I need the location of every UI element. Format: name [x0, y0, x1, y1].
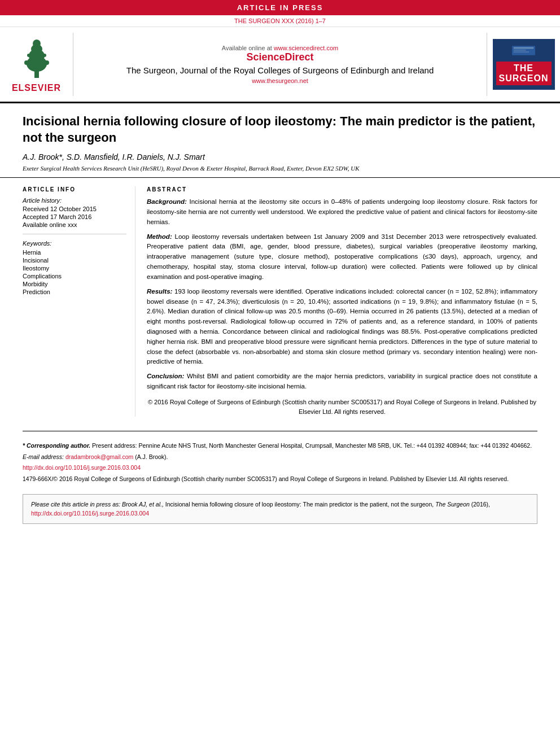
corresponding-note: Present address: Pennine Acute NHS Trust… — [92, 442, 532, 449]
footer-section: * Corresponding author. Present address:… — [0, 437, 560, 488]
sciencedirect-url[interactable]: www.sciencedirect.com — [274, 45, 338, 51]
citation-title: Incisional hernia following closure of l… — [165, 501, 435, 508]
citation-year: (2016), — [471, 501, 490, 508]
elsevier-logo: ELSEVIER — [0, 33, 73, 96]
journal-full-name: The Surgeon, Journal of the Royal Colleg… — [85, 65, 475, 75]
keyword-incisional: Incisional — [23, 257, 126, 264]
svg-point-7 — [27, 54, 30, 57]
license-line: 1479-666X/© 2016 Royal College of Surgeo… — [23, 475, 537, 484]
email-address[interactable]: dradambrook@gmail.com — [65, 453, 133, 460]
journal-volume-text: THE SURGEON XXX (2016) 1–7 — [234, 18, 326, 24]
authors-text: A.J. Brook*, S.D. Mansfield, I.R. Daniel… — [23, 152, 205, 161]
method-text: Loop ileostomy reversals undertaken betw… — [147, 233, 537, 280]
header-area: ELSEVIER Available online at www.science… — [0, 27, 560, 103]
svg-point-4 — [33, 40, 41, 47]
right-column: ABSTRACT Background: Incisional hernia a… — [147, 186, 537, 417]
corresponding-line: * Corresponding author. Present address:… — [23, 442, 537, 451]
available-online-date: Available online xxx — [23, 221, 126, 228]
doi-link[interactable]: http://dx.doi.org/10.1016/j.surge.2016.0… — [23, 464, 141, 471]
article-in-press-banner: ARTICLE IN PRESS — [0, 0, 560, 15]
keyword-morbidity: Morbidity — [23, 281, 126, 287]
abstract-background: Background: Incisional hernia at the ile… — [147, 197, 537, 227]
conclusion-label: Conclusion: — [147, 373, 184, 379]
copyright-text: © 2016 Royal College of Surgeons of Edin… — [147, 397, 537, 417]
abstract-content: Background: Incisional hernia at the ile… — [147, 197, 537, 417]
journal-line: THE SURGEON XXX (2016) 1–7 — [0, 15, 560, 27]
header-center: Available online at www.sciencedirect.co… — [73, 33, 487, 96]
abstract-conclusion: Conclusion: Whilst BMI and patient comor… — [147, 372, 537, 392]
surgeon-logo-box: THE SURGEON — [493, 39, 555, 90]
available-online-text: Available online at www.sciencedirect.co… — [85, 45, 475, 51]
article-title-section: Incisional hernia following closure of l… — [0, 103, 560, 178]
banner-text: ARTICLE IN PRESS — [237, 3, 323, 12]
surgeon-logo-area: THE SURGEON — [487, 33, 560, 96]
journal-url[interactable]: www.thesurgeon.net — [85, 77, 475, 84]
info-divider — [23, 234, 126, 234]
article-title: Incisional hernia following closure of l… — [23, 113, 537, 146]
svg-point-8 — [43, 54, 46, 57]
background-text: Incisional hernia at the ileostomy site … — [147, 198, 537, 225]
email-note: (A.J. Brook). — [135, 453, 168, 460]
elsevier-tree-icon — [14, 36, 59, 81]
sciencedirect-brand[interactable]: ScienceDirect — [85, 51, 475, 63]
surgeon-journal-graphic — [497, 43, 550, 60]
conclusion-text: Whilst BMI and patient comorbidity are t… — [147, 373, 537, 390]
background-label: Background: — [147, 198, 187, 205]
citation-journal: The Surgeon — [435, 501, 470, 508]
article-info-heading: ARTICLE INFO — [23, 186, 126, 193]
citation-doi[interactable]: http://dx.doi.org/10.1016/j.surge.2016.0… — [31, 510, 149, 517]
svg-point-5 — [24, 60, 29, 65]
svg-rect-12 — [514, 50, 526, 51]
keyword-complications: Complications — [23, 273, 126, 279]
surgeon-logo-title: THE SURGEON — [496, 62, 552, 85]
svg-point-6 — [45, 60, 49, 65]
doi-line: http://dx.doi.org/10.1016/j.surge.2016.0… — [23, 464, 537, 473]
left-column: ARTICLE INFO Article history: Received 1… — [23, 186, 135, 417]
citation-prefix: Please cite this article in press as: Br… — [31, 501, 165, 508]
article-history-label: Article history: — [23, 197, 126, 204]
abstract-method: Method: Loop ileostomy reversals underta… — [147, 232, 537, 282]
keyword-prediction: Prediction — [23, 289, 126, 295]
results-text: 193 loop ileostomy reversals were identi… — [147, 288, 537, 365]
accepted-date: Accepted 17 March 2016 — [23, 213, 126, 220]
email-label: E-mail address: — [23, 453, 64, 460]
method-label: Method: — [147, 233, 172, 240]
footer-top-divider — [23, 431, 537, 431]
citation-box: Please cite this article in press as: Br… — [23, 494, 537, 525]
results-label: Results: — [147, 288, 172, 295]
keyword-ileostomy: Ileostomy — [23, 265, 126, 272]
abstract-results: Results: 193 loop ileostomy reversals we… — [147, 287, 537, 368]
abstract-heading: ABSTRACT — [147, 186, 537, 193]
corresponding-label: * Corresponding author. — [23, 442, 90, 449]
authors-line: A.J. Brook*, S.D. Mansfield, I.R. Daniel… — [23, 152, 537, 161]
svg-rect-13 — [514, 51, 529, 53]
affiliation-text: Exeter Surgical Health Services Research… — [23, 165, 537, 172]
email-line: E-mail address: dradambrook@gmail.com (A… — [23, 453, 537, 462]
received-date: Received 12 October 2015 — [23, 206, 126, 212]
keyword-hernia: Hernia — [23, 249, 126, 256]
keywords-label: Keywords: — [23, 240, 126, 247]
main-content-area: ARTICLE INFO Article history: Received 1… — [0, 178, 560, 425]
svg-rect-11 — [514, 47, 533, 49]
elsevier-brand-text: ELSEVIER — [12, 83, 61, 93]
